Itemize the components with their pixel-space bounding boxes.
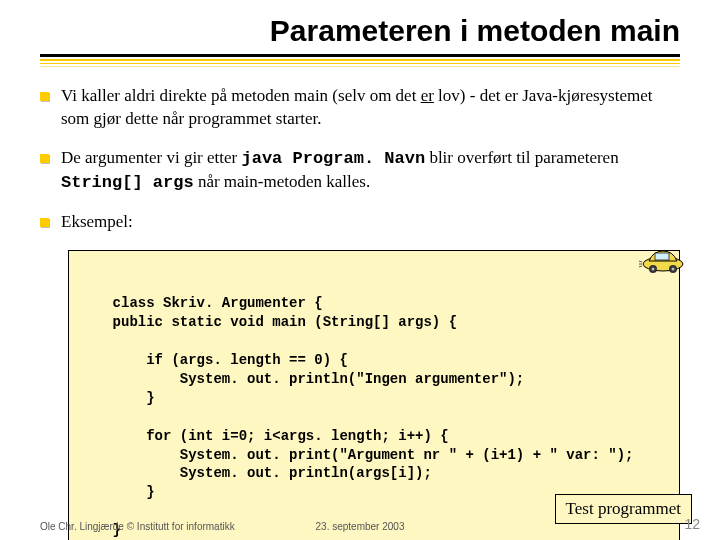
bullet-icon <box>40 154 49 163</box>
bullet-1-text-pre: Vi kaller aldri direkte på metoden main … <box>61 86 421 105</box>
footer-date: 23. september 2003 <box>316 521 405 532</box>
bullet-1: Vi kaller aldri direkte på metoden main … <box>40 85 680 131</box>
bullet-2: De argumenter vi gir etter java Program.… <box>40 147 680 195</box>
svg-rect-1 <box>655 253 669 260</box>
code-example-text: class Skriv. Argumenter { public static … <box>79 295 634 540</box>
slide-footer: Ole Chr. Lingjærde © Institutt for infor… <box>40 521 680 532</box>
bullet-3-text: Eksempel: <box>61 211 680 234</box>
svg-point-4 <box>652 267 655 270</box>
bullet-1-underline: er <box>421 86 434 105</box>
page-number: 12 <box>684 516 700 532</box>
bullet-2-text-post: når main-metoden kalles. <box>194 172 371 191</box>
bullet-2-code-2: String[] args <box>61 173 194 192</box>
test-program-box: Test programmet <box>555 494 692 524</box>
svg-point-5 <box>672 267 675 270</box>
title-underline <box>40 54 680 67</box>
slide-body: Vi kaller aldri direkte på metoden main … <box>0 67 720 540</box>
bullet-icon <box>40 92 49 101</box>
slide-title: Parameteren i metoden main <box>40 14 680 48</box>
bullet-2-code-1: java Program. Navn <box>241 149 425 168</box>
footer-author: Ole Chr. Lingjærde © Institutt for infor… <box>40 521 235 532</box>
bullet-2-text-pre: De argumenter vi gir etter <box>61 148 241 167</box>
car-icon <box>639 243 687 273</box>
bullet-icon <box>40 218 49 227</box>
bullet-3: Eksempel: <box>40 211 680 234</box>
bullet-2-text-mid: blir overført til parameteren <box>425 148 619 167</box>
